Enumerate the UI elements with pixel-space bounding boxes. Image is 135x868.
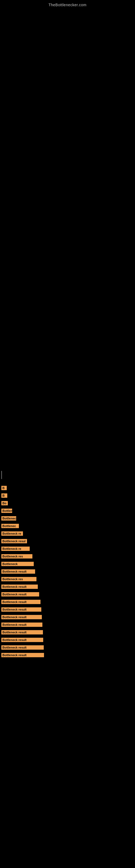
row-spacer [1,529,135,531]
bottleneck-result-label: Bottleneck [1,562,34,566]
list-item: Bottleneck result [1,592,135,596]
row-spacer [1,650,135,653]
bottleneck-result-label: Bottleneck result [1,569,35,574]
bottleneck-result-label: Bottlen [1,508,12,513]
list-item: B [1,493,135,498]
list-item: Bottleneck result [1,585,135,589]
cursor-line [1,471,2,479]
list-item: Bottleneck result [1,622,135,627]
row-spacer [1,498,135,501]
list-item: Bottleneck result [1,607,135,612]
list-item: Bottleneck res [1,577,135,581]
bottleneck-result-label: Bottlenec [1,524,19,528]
bottleneck-result-label: Bottleneck result [1,607,41,612]
bottleneck-result-label: B [1,493,7,498]
bottleneck-result-label: Bo [1,501,8,505]
row-spacer [1,544,135,547]
bottleneck-result-label: Bottleneck res [1,577,37,581]
bottleneck-result-label: Bottleneck result [1,585,38,589]
row-spacer [1,582,135,585]
chart-area [0,8,135,469]
bottleneck-result-label: B [1,486,7,490]
row-spacer [1,514,135,516]
bottleneck-result-label: Bottleneck result [1,600,41,604]
bottleneck-result-label: Bottleneck re [1,547,30,551]
list-item: Bottleneck resul [1,539,135,543]
row-spacer [1,589,135,592]
list-item: Bo [1,501,135,505]
list-item: Bottleneck result [1,630,135,634]
list-item: Bottleneck re [1,547,135,551]
list-item: Bottleneck re [1,531,135,536]
bottleneck-result-label: Bottleneck result [1,622,42,627]
bottleneck-result-label: Bottleneck result [1,645,44,650]
bottleneck-result-label: Bottleneck result [1,630,43,634]
list-item: Bottleneck result [1,653,135,657]
list-item: Bottleneck result [1,569,135,574]
list-item: Bottleneck r [1,516,135,521]
row-spacer [1,536,135,539]
row-spacer [1,491,135,493]
row-spacer [1,604,135,607]
row-spacer [1,559,135,562]
bottleneck-result-label: Bottleneck re [1,531,23,536]
bottleneck-result-label: Bottleneck result [1,653,44,657]
row-spacer [1,643,135,645]
bottleneck-result-label: Bottleneck result [1,638,43,642]
list-item: Bottleneck result [1,638,135,642]
list-item: B [1,486,135,490]
list-item: Bottleneck res [1,554,135,558]
row-spacer [1,552,135,554]
row-spacer [1,597,135,600]
row-spacer [1,635,135,638]
list-item: Bottleneck result [1,645,135,650]
list-item: Bottlenec [1,524,135,528]
bottleneck-result-label: Bottleneck res [1,554,32,558]
row-spacer [1,620,135,622]
bottleneck-result-label: Bottleneck r [1,516,16,521]
row-spacer [1,627,135,630]
list-item: Bottleneck result [1,600,135,604]
row-spacer [1,506,135,508]
bottleneck-result-label: Bottleneck result [1,592,39,596]
list-item: Bottleneck result [1,615,135,619]
row-spacer [1,521,135,524]
bottleneck-result-label: Bottleneck resul [1,539,27,543]
list-item: Bottleneck [1,562,135,566]
row-spacer [1,612,135,615]
list-item: Bottlen [1,508,135,513]
bottleneck-result-label: Bottleneck result [1,615,42,619]
bottleneck-items-container: BBBoBottlenBottleneck rBottlenecBottlene… [0,480,135,660]
row-spacer [1,567,135,569]
row-spacer [1,483,135,486]
site-title: TheBottlenecker.com [0,0,135,8]
row-spacer [1,574,135,577]
